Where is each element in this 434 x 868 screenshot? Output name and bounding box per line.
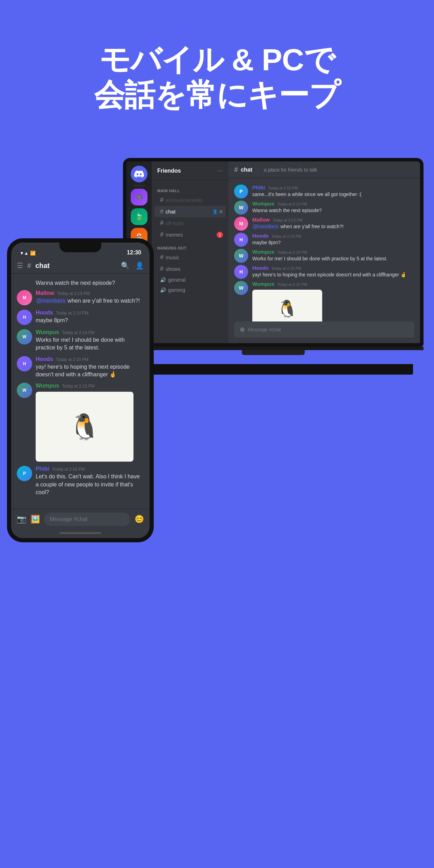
search-icon[interactable]: 🔍 [121, 261, 130, 270]
phone-body: ▼▲ 📶 12:30 ☰ # chat 🔍 👤 Wanna watch [7, 238, 154, 542]
msg-author: Wumpus [36, 329, 59, 335]
table-row: W Wumpus Today at 2:15 PM 🐧 [234, 280, 414, 321]
msg-author: Wumpus [36, 383, 59, 389]
channel-memes[interactable]: # memes 1 [154, 229, 226, 240]
avatar: W [234, 201, 248, 215]
discord-server-icon[interactable] [131, 166, 147, 182]
chat-input[interactable]: ⊕ Message #chat [234, 321, 414, 338]
channel-label: memes [166, 232, 183, 238]
image-icon[interactable]: 🖼️ [30, 515, 40, 524]
channel-label: chat [166, 209, 175, 215]
msg-author: Wumpus [252, 201, 274, 207]
server-name: Friendos [157, 168, 181, 174]
mention: @members [252, 224, 279, 229]
msg-header: Wumpus Today at 2:13 PM [252, 201, 414, 207]
phone-input-area: 📷 🖼️ Message #chat 😊 [11, 509, 150, 529]
list-item: W Wumpus Today at 2:14 PM Works for me! … [17, 329, 144, 352]
header-divider [258, 166, 258, 174]
mention: @members [36, 298, 66, 304]
add-user-icon[interactable]: 👤 [212, 209, 218, 214]
channel-shows[interactable]: # shows [154, 263, 226, 275]
msg-time: Today at 2:15 PM [62, 384, 94, 389]
chat-area: # chat a place for friends to talk P Phi… [229, 161, 420, 343]
hamburger-menu-icon[interactable]: ☰ [17, 261, 23, 270]
msg-content: Hoods Today at 2:14 PM maybe 8pm? [252, 233, 414, 247]
channel-music[interactable]: # music [154, 252, 226, 263]
emoji-icon[interactable]: 😊 [135, 515, 144, 524]
laptop-base-edge [113, 364, 413, 375]
msg-content: Phibi Today at 2:12 PM same...it's been … [252, 185, 414, 198]
gear-icon[interactable]: ⚙ [219, 209, 223, 214]
phone-msg-header: Phibi Today at 2:16 PM [36, 466, 144, 472]
msg-author: Wumpus [252, 281, 274, 287]
channel-label: general [168, 277, 186, 283]
messages-area: P Phibi Today at 2:12 PM same...it's bee… [229, 178, 420, 321]
msg-header: Phibi Today at 2:12 PM [252, 185, 414, 190]
laptop-foot-base [242, 350, 305, 355]
msg-time: Today at 2:14 PM [62, 330, 94, 335]
phone-msg-header: Hoods Today at 2:14 PM [36, 310, 144, 316]
avatar: M [234, 217, 248, 231]
avatar: W [17, 383, 32, 398]
msg-text: @members when are y'all free to watch?! [252, 223, 414, 230]
table-row: H Hoods Today at 2:14 PM maybe 8pm? [234, 232, 414, 247]
chat-description: a place for friends to talk [264, 167, 317, 173]
channel-label: shows [166, 266, 181, 272]
msg-text: yay! here's to hoping the next episode d… [252, 272, 414, 279]
table-row: W Wumpus Today at 2:13 PM Wanna watch th… [234, 200, 414, 215]
add-icon[interactable]: ⊕ [240, 326, 245, 333]
phone-header-icons: 🔍 👤 [121, 261, 144, 270]
channel-label: music [166, 254, 179, 260]
status-icons: ▼▲ 📶 [20, 251, 36, 256]
phone-notch [59, 243, 101, 252]
category-main-hall: MAIN HALL [152, 183, 229, 194]
list-item: P Phibi Today at 2:16 PM Let's do this. … [17, 466, 144, 496]
msg-author: Hoods [252, 233, 269, 239]
list-item: M Mallow Today at 2:13 PM @members when … [17, 290, 144, 305]
server-icon-green[interactable]: 🍃 [131, 208, 147, 225]
msg-time: Today at 2:15 PM [277, 282, 307, 287]
chat-image: 🐧 [252, 290, 322, 321]
server-icon-purple[interactable]: 🎮 [131, 189, 147, 205]
msg-time: Today at 2:14 PM [277, 250, 307, 254]
msg-text: same...it's been a while since we all go… [252, 191, 414, 198]
signal-icon: 📶 [30, 251, 36, 256]
msg-author: Phibi [36, 466, 49, 472]
avatar: P [17, 466, 32, 481]
hash-icon: # [160, 208, 164, 215]
channel-gaming-voice[interactable]: 🔊 gaming [154, 285, 226, 295]
hash-icon: # [160, 196, 164, 204]
input-placeholder: Message #chat [248, 327, 281, 332]
channel-general-voice[interactable]: 🔊 general [154, 275, 226, 285]
hash-icon: # [160, 265, 164, 273]
camera-icon[interactable]: 📷 [17, 515, 26, 524]
phone-msg-header: Mallow Today at 2:13 PM [36, 290, 144, 296]
channel-sidebar: Friendos ··· MAIN HALL # announcements #… [152, 161, 229, 343]
msg-header: Hoods Today at 2:15 PM [252, 265, 414, 271]
msg-text: Wanna watch the next episode? [252, 207, 414, 214]
channel-chat[interactable]: # chat 👤 ⚙ [154, 206, 226, 217]
phone-msg-image: 🐧 [36, 392, 133, 462]
phone-message-input[interactable]: Message #chat [44, 513, 130, 526]
avatar: H [234, 233, 248, 247]
server-menu-icon[interactable]: ··· [218, 167, 223, 174]
phone-msg-header: Wumpus Today at 2:14 PM [36, 329, 144, 335]
hero-line2: 会話を常にキープ [28, 77, 406, 113]
msg-content: Wumpus Today at 2:13 PM Wanna watch the … [252, 201, 414, 215]
channel-label: off-topic [166, 220, 184, 226]
server-name-bar[interactable]: Friendos ··· [152, 161, 229, 180]
msg-time: Today at 2:15 PM [272, 266, 302, 270]
category-hanging-out: HANGING OUT [152, 240, 229, 252]
msg-text: Works for me! I should be done with prac… [252, 255, 414, 262]
chat-header: # chat a place for friends to talk [229, 161, 420, 178]
msg-author: Wumpus [252, 249, 274, 255]
member-icon[interactable]: 👤 [135, 261, 144, 270]
chat-input-area: ⊕ Message #chat [229, 321, 420, 343]
channel-list: MAIN HALL # announcements # chat 👤 ⚙ [152, 180, 229, 343]
msg-time: Today at 2:12 PM [268, 186, 298, 190]
channel-announcements[interactable]: # announcements [154, 194, 226, 206]
msg-content: Wumpus Today at 2:15 PM 🐧 [252, 281, 414, 321]
channel-offtopic[interactable]: # off-topic [154, 217, 226, 229]
devices-container: 🎮 🍃 🏖️ + Friendos ··· MAIN HALL # [0, 140, 434, 804]
hash-icon: # [160, 231, 164, 238]
